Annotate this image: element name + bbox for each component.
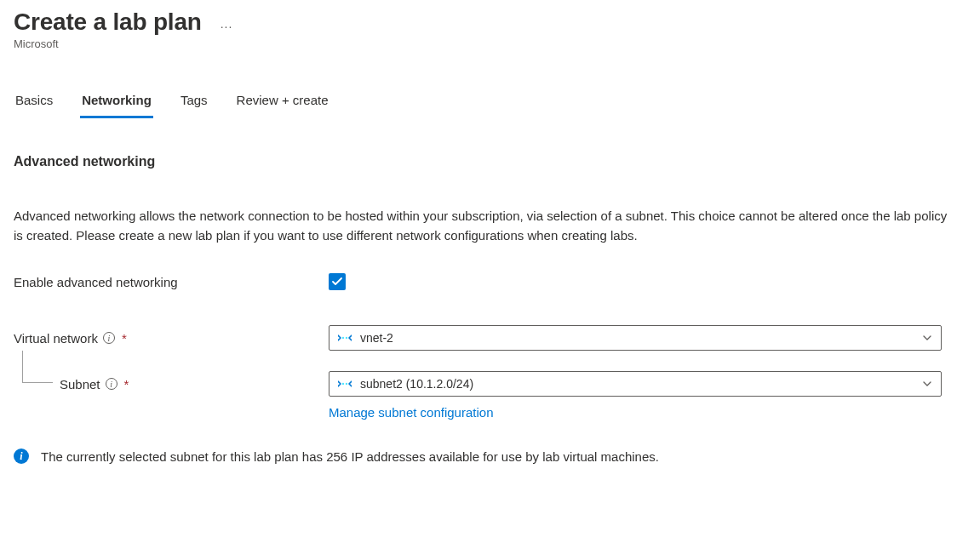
- info-icon: i: [14, 449, 29, 464]
- more-actions-button[interactable]: ···: [221, 11, 233, 33]
- svg-point-0: [342, 337, 344, 339]
- info-message: The currently selected subnet for this l…: [41, 449, 659, 464]
- svg-point-2: [342, 383, 344, 385]
- required-indicator: *: [122, 331, 127, 346]
- subnet-label: Subnet: [60, 377, 100, 391]
- info-icon[interactable]: i: [106, 378, 117, 390]
- section-heading: Advanced networking: [14, 154, 960, 169]
- enable-label: Enable advanced networking: [14, 275, 329, 289]
- info-banner: i The currently selected subnet for this…: [14, 449, 960, 464]
- enable-checkbox[interactable]: [329, 273, 346, 290]
- required-indicator: *: [124, 377, 129, 391]
- vnet-value: vnet-2: [360, 331, 914, 345]
- info-icon[interactable]: i: [103, 332, 115, 344]
- tab-review-create[interactable]: Review + create: [235, 88, 330, 118]
- section-description: Advanced networking allows the network c…: [14, 207, 950, 245]
- tab-basics[interactable]: Basics: [14, 88, 54, 118]
- enable-row: Enable advanced networking: [14, 269, 960, 294]
- vnet-row: Virtual network i * vnet-2: [14, 325, 960, 351]
- tabs: Basics Networking Tags Review + create: [14, 88, 960, 118]
- checkmark-icon: [332, 277, 342, 286]
- chevron-down-icon: [922, 379, 932, 389]
- tab-tags[interactable]: Tags: [179, 88, 209, 118]
- page-title: Create a lab plan: [14, 9, 202, 36]
- vnet-select[interactable]: vnet-2: [329, 325, 942, 351]
- svg-point-3: [346, 383, 347, 385]
- subnet-value: subnet2 (10.1.2.0/24): [360, 377, 914, 391]
- vnet-label: Virtual network: [14, 331, 98, 346]
- svg-point-1: [346, 337, 347, 339]
- vnet-icon: [338, 378, 352, 390]
- subnet-select[interactable]: subnet2 (10.1.2.0/24): [329, 371, 942, 397]
- page-subtitle: Microsoft: [14, 37, 960, 50]
- tree-connector: [22, 351, 53, 383]
- manage-subnet-link[interactable]: Manage subnet configuration: [329, 405, 493, 420]
- chevron-down-icon: [922, 333, 932, 343]
- tab-networking[interactable]: Networking: [80, 88, 153, 118]
- subnet-row: Subnet i * subnet2 (10.1.2.0/24): [14, 371, 960, 397]
- vnet-icon: [338, 332, 352, 344]
